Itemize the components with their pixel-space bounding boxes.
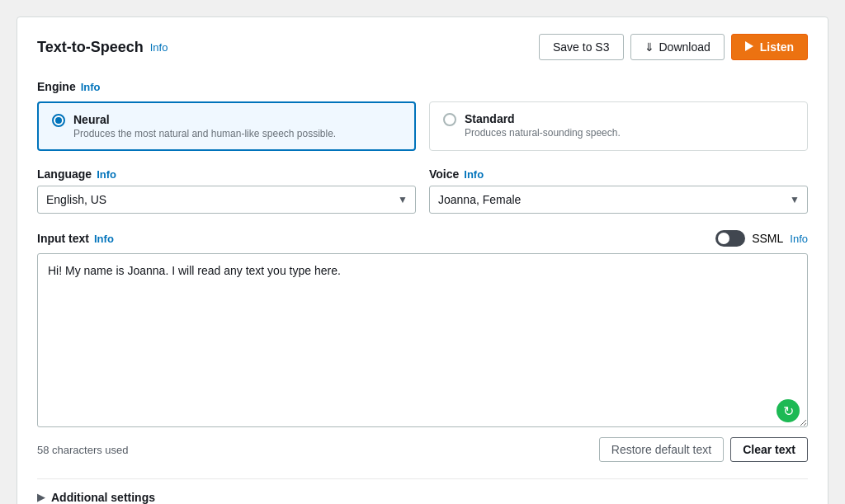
clear-text-button[interactable]: Clear text — [730, 437, 808, 462]
main-card: Text-to-Speech Info Save to S3 ⇓ Downloa… — [17, 16, 828, 504]
chevron-right-icon: ▶ — [37, 492, 45, 503]
voice-select-wrapper: Joanna, Female Matthew, Male Amy, Female… — [429, 186, 808, 214]
ssml-info-link[interactable]: Info — [790, 233, 808, 245]
input-text-label-group: Input text Info — [37, 232, 114, 245]
engine-options: Neural Produces the most natural and hum… — [37, 101, 808, 151]
voice-info-link[interactable]: Info — [464, 168, 484, 181]
play-icon — [745, 40, 755, 54]
engine-option-neural[interactable]: Neural Produces the most natural and hum… — [37, 101, 416, 151]
neural-title: Neural — [73, 113, 336, 126]
neural-radio[interactable] — [52, 114, 65, 127]
additional-settings-label: Additional settings — [51, 491, 155, 504]
ssml-label: SSML — [752, 232, 783, 245]
textarea-container: Hi! My name is Joanna. I will read any t… — [37, 253, 808, 431]
restore-default-button[interactable]: Restore default text — [599, 437, 724, 462]
ssml-toggle-switch[interactable] — [715, 230, 745, 247]
title-info-link[interactable]: Info — [150, 41, 168, 54]
save-to-s3-button[interactable]: Save to S3 — [539, 34, 624, 60]
page-title: Text-to-Speech — [37, 39, 144, 56]
header-actions: Save to S3 ⇓ Download Listen — [539, 34, 808, 60]
language-select[interactable]: English, US English, UK Spanish French G… — [37, 186, 416, 214]
download-button[interactable]: ⇓ Download — [630, 34, 725, 60]
card-title-group: Text-to-Speech Info — [37, 39, 168, 56]
input-text-label: Input text — [37, 232, 89, 245]
standard-title: Standard — [465, 112, 621, 125]
voice-label-group: Voice Info — [429, 167, 808, 181]
engine-label: Engine — [37, 80, 76, 93]
char-count: 58 characters used — [37, 444, 129, 456]
language-select-wrapper: English, US English, UK Spanish French G… — [37, 186, 416, 214]
footer-actions: Restore default text Clear text — [599, 437, 808, 462]
text-input[interactable]: Hi! My name is Joanna. I will read any t… — [37, 253, 808, 427]
voice-label: Voice — [429, 167, 459, 181]
listen-button[interactable]: Listen — [731, 34, 808, 60]
input-text-header: Input text Info SSML Info — [37, 230, 808, 247]
reload-icon[interactable]: ↻ — [777, 399, 800, 422]
voice-select[interactable]: Joanna, Female Matthew, Male Amy, Female… — [429, 186, 808, 214]
input-text-info-link[interactable]: Info — [94, 233, 114, 245]
card-header: Text-to-Speech Info Save to S3 ⇓ Downloa… — [37, 34, 808, 60]
language-info-link[interactable]: Info — [97, 168, 116, 181]
engine-option-standard[interactable]: Standard Produces natural-sounding speec… — [429, 101, 808, 151]
ssml-toggle-group: SSML Info — [715, 230, 808, 247]
standard-desc: Produces natural-sounding speech. — [465, 127, 621, 139]
neural-desc: Produces the most natural and human-like… — [73, 128, 336, 139]
engine-info-link[interactable]: Info — [81, 81, 101, 93]
standard-radio[interactable] — [443, 113, 456, 126]
language-group: Language Info English, US English, UK Sp… — [37, 167, 416, 214]
additional-settings: ▶ Additional settings — [37, 478, 808, 504]
text-footer: 58 characters used Restore default text … — [37, 437, 808, 462]
voice-group: Voice Info Joanna, Female Matthew, Male … — [429, 167, 808, 214]
language-label-group: Language Info — [37, 167, 416, 181]
download-icon: ⇓ — [644, 40, 654, 54]
language-voice-row: Language Info English, US English, UK Sp… — [37, 167, 808, 214]
language-label: Language — [37, 167, 92, 181]
engine-label-group: Engine Info — [37, 80, 808, 93]
additional-settings-header[interactable]: ▶ Additional settings — [37, 491, 808, 504]
